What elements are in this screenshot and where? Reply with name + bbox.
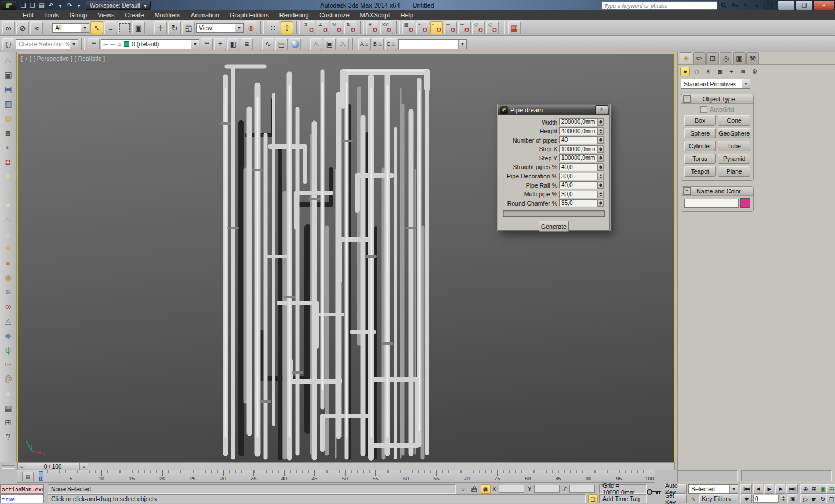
previous-frame-icon[interactable]: ◀| [753,484,763,494]
track-bar[interactable]: ▤ 05101520253035404550556065707580859095… [17,470,655,483]
camera-rig-icon[interactable]: ◙ [1,126,15,140]
point-snap-icon[interactable]: +Ω [416,21,429,34]
dialog-field-input[interactable] [559,154,597,162]
dialog-field-input[interactable] [559,191,597,198]
keyboard-shortcut-override-icon[interactable]: ⇧ [281,21,293,34]
selection-set-dropdown[interactable]: Create Selection Se ▼ [16,39,78,49]
menu-edit[interactable]: Edit [17,10,39,20]
menu-graph-editors[interactable]: Graph Editors [224,10,274,20]
object-type-button-cone[interactable]: Cone [718,115,750,126]
pipe-dream-dialog[interactable]: Pipe dream × WidthHeightNumber of pipesS… [498,104,610,231]
hair-fur-icon[interactable]: HF [1,357,15,371]
reference-coordinate-dropdown[interactable]: View ▼ [196,23,244,33]
select-by-name-icon[interactable]: ≡ [104,21,117,34]
object-type-button-sphere[interactable]: Sphere [684,128,716,138]
zoom-extents-all-icon[interactable]: ⊞ [826,484,835,494]
close-button[interactable]: × [814,1,834,10]
set-keys-key-icon[interactable] [646,488,662,496]
menu-rendering[interactable]: Rendering [274,10,314,20]
transform-typein-toggle-icon[interactable]: ◉ [481,484,491,494]
category-systems-icon[interactable]: ⚙ [750,67,760,76]
pipe-array-icon[interactable]: ≋ [1,285,15,299]
object-type-button-plane[interactable]: Plane [718,166,750,177]
frame-spinner[interactable] [780,495,786,502]
light-lister-icon[interactable]: ◍ [1,111,15,125]
set-key-button[interactable]: Set Key [665,494,687,503]
dialog-field-input[interactable] [559,136,597,144]
search-icon[interactable] [720,1,728,9]
named-selection-sets-icon[interactable]: { } [2,38,14,50]
spinner-control[interactable] [597,127,604,135]
open-file-icon[interactable]: ❐ [28,1,37,9]
time-slider[interactable]: < 0 / 100 > [17,462,675,470]
select-and-move-icon[interactable]: ✛ [154,21,167,34]
add-to-layer-icon[interactable]: + [214,38,226,50]
layer-dropdown[interactable]: — — ♨ 0 (default) ▼ [101,39,199,49]
menu-animation[interactable]: Animation [186,10,224,20]
next-frame-icon[interactable]: |▶ [775,484,785,494]
redo-icon[interactable]: ↷ [65,1,74,9]
object-type-button-torus[interactable]: Torus [684,154,716,164]
track-bar-ruler[interactable]: 0510152025303540455055606570758085909510… [41,470,649,483]
dialog-field-input[interactable] [559,173,597,180]
snap-xy-icon[interactable]: XYΩ [380,21,393,34]
select-object-button[interactable]: ↖ [90,21,103,34]
undo-icon[interactable]: ↶ [46,1,56,9]
isolate-selection-cube-icon[interactable]: ◻ [588,494,598,503]
help-icon[interactable]: ? [1,430,15,444]
x-coordinate-field[interactable] [499,485,524,493]
key-filters-button[interactable]: Key Filters... [699,494,738,503]
dialog-close-icon[interactable]: × [595,105,608,114]
textured-sphere-icon[interactable]: ◉ [1,271,15,284]
sign-in-key-icon[interactable] [731,1,739,9]
redo-dropdown-icon[interactable]: ▾ [74,1,84,9]
undo-dropdown-icon[interactable]: ▾ [56,1,65,9]
sun-icon[interactable]: ☀ [1,242,15,255]
use-pivot-center-icon[interactable]: ⊕ [245,21,257,34]
selection-filter-dropdown[interactable]: All ▼ [52,23,89,33]
communication-pen-icon[interactable]: ✎ [742,1,750,9]
bind-to-spacewarp-icon[interactable]: ≈ [30,21,43,34]
grid-snap-icon[interactable]: ▦Ω [402,21,415,34]
notes-panel-icon[interactable]: ⊞ [1,415,15,429]
select-and-rotate-icon[interactable]: ↻ [168,21,181,34]
tab-modify-icon[interactable]: ✏ [693,52,706,64]
select-and-link-icon[interactable]: ∞ [2,21,15,34]
dialog-title-bar[interactable]: Pipe dream × [498,105,609,115]
workspace-selector[interactable]: Workspace: Default ▾ [86,1,151,10]
play-animation-icon[interactable]: ▶ [764,484,774,494]
teapot-primitive-icon[interactable]: ♨ [1,213,15,227]
rock-icon[interactable]: ◆ [1,328,15,342]
previous-frame-arrow[interactable]: < [18,463,26,470]
tab-display-icon[interactable]: ▣ [733,52,746,64]
video-camera-icon[interactable]: ◘ [1,155,15,169]
shell-icon[interactable]: @ [1,372,15,386]
grass-icon[interactable]: ψ [1,343,15,357]
menu-customize[interactable]: Customize [314,10,355,20]
add-time-tag[interactable]: Add Time Tag [599,494,647,503]
name-color-rollout-header[interactable]: − Name and Color [681,187,753,196]
select-and-manipulate-icon[interactable]: ∷ [267,21,279,34]
parameter-panel-icon[interactable]: ▤ [1,82,15,96]
menu-help[interactable]: Help [395,10,419,20]
snaps-toggle-icon[interactable]: •Ω [430,21,443,34]
dope-sheet-icon[interactable]: ▤ [275,38,288,50]
object-type-button-box[interactable]: Box [684,115,716,126]
create-new-layer-icon[interactable]: ≣ [201,38,213,50]
spinner-control[interactable] [597,118,604,126]
rendered-frame-window-icon[interactable]: ▣ [324,38,336,50]
time-configuration-icon[interactable]: ▣ [787,494,797,503]
render-preset-dropdown[interactable]: ------------------------ ▼ [398,39,467,49]
dome-primitive-icon[interactable]: ◠ [1,184,15,198]
object-name-field[interactable] [684,199,739,208]
save-file-icon[interactable]: ▤ [37,1,46,9]
object-type-button-cylinder[interactable]: Cylinder [684,141,716,151]
schematic-view-icon[interactable]: ▦ [508,21,521,34]
spinner-control[interactable] [597,163,604,171]
dialog-field-input[interactable] [559,118,597,126]
z-coordinate-field[interactable] [569,485,595,493]
box-primitive-icon[interactable]: ■ [1,169,15,183]
object-type-button-pyramid[interactable]: Pyramid [718,154,750,164]
grid-panel-icon[interactable]: ▦ [1,401,15,415]
next-frame-arrow[interactable]: > [80,463,88,470]
